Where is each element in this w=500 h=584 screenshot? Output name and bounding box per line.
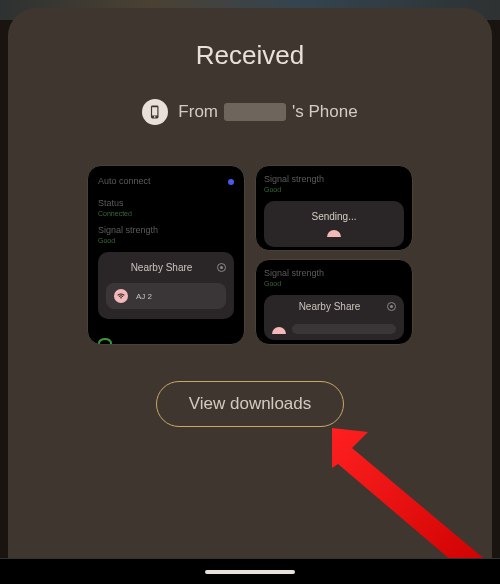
received-sheet: Received From 's Phone Auto connect Stat… — [8, 8, 492, 584]
from-text: From 's Phone — [178, 102, 357, 122]
nearby-share-panel: Nearby Share — [264, 295, 404, 340]
sending-text: Sending... — [274, 211, 394, 222]
masked-name — [224, 103, 286, 121]
preview-label: Status — [98, 198, 234, 208]
preview-item[interactable]: Signal strength Good Sending... — [255, 165, 413, 251]
preview-label: Signal strength — [264, 268, 404, 278]
from-suffix: 's Phone — [292, 102, 358, 122]
circle-peek-icon — [98, 338, 112, 345]
preview-value: Good — [264, 280, 404, 287]
avatar-peek-icon — [327, 230, 341, 237]
preview-item[interactable]: Signal strength Good Nearby Share — [255, 259, 413, 345]
wifi-icon — [114, 289, 128, 303]
preview-grid: Auto connect Status Connected Signal str… — [87, 165, 413, 345]
gear-icon — [387, 302, 396, 311]
preview-item[interactable]: Auto connect Status Connected Signal str… — [87, 165, 245, 345]
device-chip: AJ 2 — [106, 283, 226, 309]
gear-icon — [217, 263, 226, 272]
nearby-share-panel: Nearby Share AJ 2 — [98, 252, 234, 319]
phone-icon — [142, 99, 168, 125]
nearby-share-title: Nearby Share — [272, 301, 387, 312]
system-nav-bar — [0, 558, 500, 584]
view-downloads-button[interactable]: View downloads — [156, 381, 345, 427]
nearby-share-title: Nearby Share — [106, 262, 217, 273]
preview-value: Good — [264, 186, 404, 193]
preview-value: Connected — [98, 210, 234, 217]
page-title: Received — [196, 40, 304, 71]
device-bar — [292, 324, 396, 334]
preview-label: Signal strength — [264, 174, 404, 184]
nav-handle[interactable] — [205, 570, 295, 574]
device-name: AJ 2 — [136, 292, 152, 301]
from-prefix: From — [178, 102, 218, 122]
toggle-dot-icon — [228, 179, 234, 185]
preview-label: Auto connect — [98, 176, 151, 186]
sending-panel: Sending... — [264, 201, 404, 247]
preview-label: Signal strength — [98, 225, 234, 235]
avatar-peek-icon — [272, 327, 286, 334]
from-row: From 's Phone — [142, 99, 357, 125]
preview-value: Good — [98, 237, 234, 244]
